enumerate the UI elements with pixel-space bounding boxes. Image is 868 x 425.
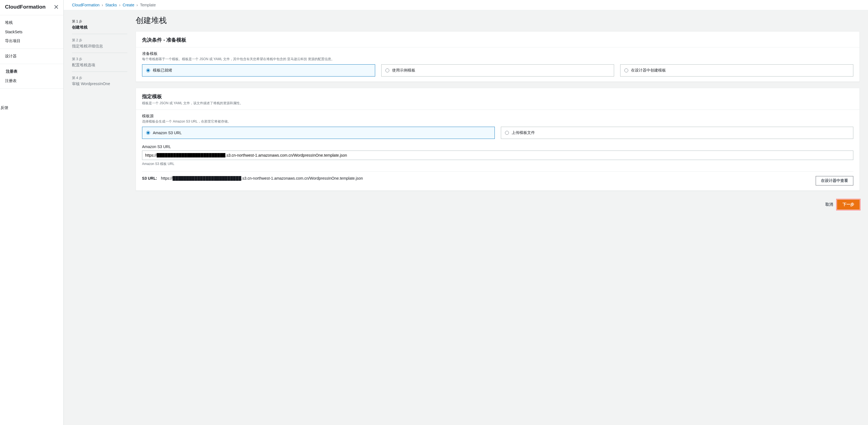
card-header: 指定模板 模板是一个 JSON 或 YAML 文件，该文件描述了堆栈的资源和属性… (136, 88, 860, 110)
next-button[interactable]: 下一步 (837, 200, 860, 209)
s3-url-display-value: https://█████████████████████████.s3.cn-… (161, 176, 363, 180)
view-in-designer-button[interactable]: 在设计器中查看 (816, 176, 853, 186)
card-subtitle: 模板是一个 JSON 或 YAML 文件，该文件描述了堆栈的资源和属性。 (142, 101, 853, 106)
s3-url-display-row: S3 URL: https://████████████████████████… (142, 171, 853, 186)
radio-icon (505, 131, 509, 135)
sidebar-header: CloudFormation (0, 0, 63, 15)
step-label: 指定堆栈详细信息 (72, 44, 127, 49)
cancel-button[interactable]: 取消 (825, 200, 833, 209)
field-description: 每个堆栈都基于一个模板。模板是一个 JSON 或 YAML 文件，其中包含有关您… (142, 57, 853, 61)
breadcrumb-item[interactable]: Create (123, 3, 134, 7)
page-title: 创建堆栈 (136, 15, 860, 26)
s3-url-display: S3 URL: https://████████████████████████… (142, 176, 810, 180)
field-label: 准备模板 (142, 51, 853, 56)
s3-url-input[interactable] (142, 150, 853, 160)
radio-group-prepare-template: 模板已就绪 使用示例模板 在设计器中创建模板 (142, 64, 853, 77)
radio-upload-file[interactable]: 上传模板文件 (501, 127, 854, 139)
sidebar-title: CloudFormation (5, 4, 46, 10)
sidebar-item-registry-2[interactable]: 注册表 (0, 76, 63, 86)
card-body: 模板源 选择模板会生成一个 Amazon S3 URL，在那里它将被存储。 Am… (136, 110, 860, 191)
content-wrap: 第 1 步 创建堆栈 第 2 步 指定堆栈详细信息 第 3 步 配置堆栈选项 第… (64, 10, 868, 216)
sidebar-item-stacks[interactable]: 堆栈 (0, 18, 63, 27)
wizard-step-1[interactable]: 第 1 步 创建堆栈 (72, 15, 127, 34)
card-title: 先决条件 - 准备模板 (142, 36, 853, 43)
radio-label: 模板已就绪 (153, 68, 172, 73)
field-label: Amazon S3 URL (142, 144, 853, 149)
step-number: 第 1 步 (72, 19, 127, 24)
card-prerequisite: 先决条件 - 准备模板 准备模板 每个堆栈都基于一个模板。模板是一个 JSON … (136, 31, 860, 82)
breadcrumb-item[interactable]: Stacks (105, 3, 117, 7)
radio-icon (146, 68, 150, 73)
wizard-step-4[interactable]: 第 4 步 审核 WordpressInOne (72, 72, 127, 90)
radio-icon (624, 68, 628, 73)
s3-url-display-label: S3 URL: (142, 176, 157, 180)
breadcrumb-current: Template (140, 3, 156, 7)
wizard-step-3[interactable]: 第 3 步 配置堆栈选项 (72, 53, 127, 72)
radio-label: 上传模板文件 (512, 130, 535, 135)
chevron-right-icon: › (136, 3, 138, 7)
radio-label: 使用示例模板 (392, 68, 415, 73)
radio-create-designer[interactable]: 在设计器中创建模板 (620, 64, 853, 77)
radio-template-ready[interactable]: 模板已就绪 (142, 64, 375, 77)
wizard-step-2[interactable]: 第 2 步 指定堆栈详细信息 (72, 34, 127, 53)
radio-label: 在设计器中创建模板 (631, 68, 666, 73)
sidebar-item-registry[interactable]: 注册表 (0, 67, 63, 76)
sidebar-item-designer[interactable]: 设计器 (0, 52, 63, 61)
card-specify-template: 指定模板 模板是一个 JSON 或 YAML 文件，该文件描述了堆栈的资源和属性… (136, 88, 860, 191)
radio-group-template-source: Amazon S3 URL 上传模板文件 (142, 127, 853, 139)
chevron-right-icon: › (102, 3, 103, 7)
step-number: 第 3 步 (72, 57, 127, 61)
radio-icon (385, 68, 389, 73)
radio-icon (146, 131, 150, 135)
form-column: 创建堆栈 先决条件 - 准备模板 准备模板 每个堆栈都基于一个模板。模板是一个 … (136, 15, 868, 216)
step-label: 创建堆栈 (72, 25, 127, 30)
sidebar-group: 堆栈 StackSets 导出项目 (0, 15, 63, 49)
step-label: 配置堆栈选项 (72, 63, 127, 68)
footer-actions: 取消 下一步 (136, 197, 860, 216)
sidebar-item-exports[interactable]: 导出项目 (0, 36, 63, 46)
card-title: 指定模板 (142, 93, 853, 100)
field-hint: Amazon S3 模板 URL (142, 162, 853, 166)
radio-s3-url[interactable]: Amazon S3 URL (142, 127, 495, 139)
card-body: 准备模板 每个堆栈都基于一个模板。模板是一个 JSON 或 YAML 文件，其中… (136, 48, 860, 82)
radio-label: Amazon S3 URL (153, 131, 182, 135)
field-description: 选择模板会生成一个 Amazon S3 URL，在那里它将被存储。 (142, 119, 853, 124)
wizard-steps: 第 1 步 创建堆栈 第 2 步 指定堆栈详细信息 第 3 步 配置堆栈选项 第… (64, 15, 136, 216)
sidebar: CloudFormation 堆栈 StackSets 导出项目 设计器 注册表… (0, 0, 64, 425)
close-icon[interactable] (54, 5, 58, 9)
breadcrumb-item[interactable]: CloudFormation (72, 3, 100, 7)
field-label: 模板源 (142, 114, 853, 119)
main: CloudFormation › Stacks › Create › Templ… (64, 0, 868, 425)
step-number: 第 2 步 (72, 38, 127, 43)
chevron-right-icon: › (119, 3, 120, 7)
sidebar-item-feedback[interactable]: 反馈 (0, 103, 63, 113)
radio-sample-template[interactable]: 使用示例模板 (381, 64, 614, 77)
sidebar-group: 注册表 注册表 (0, 64, 63, 89)
sidebar-group: 设计器 (0, 49, 63, 64)
card-header: 先决条件 - 准备模板 (136, 32, 860, 48)
sidebar-item-stacksets[interactable]: StackSets (0, 27, 63, 36)
step-number: 第 4 步 (72, 76, 127, 80)
breadcrumb: CloudFormation › Stacks › Create › Templ… (64, 0, 868, 10)
step-label: 审核 WordpressInOne (72, 82, 127, 86)
